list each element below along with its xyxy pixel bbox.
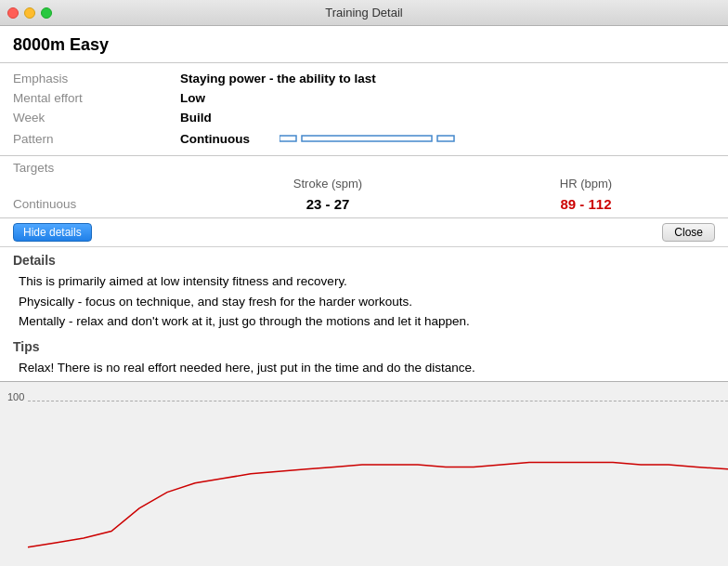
- emphasis-value: Staying power - the ability to last: [180, 72, 376, 86]
- details-label: Details: [13, 253, 715, 268]
- info-row-emphasis: Emphasis Staying power - the ability to …: [13, 69, 715, 88]
- targets-col-headers: Stroke (spm) HR (bpm): [0, 177, 728, 192]
- window-title: Training Detail: [325, 6, 402, 20]
- mental-effort-label: Mental effort: [13, 91, 180, 105]
- emphasis-label: Emphasis: [13, 72, 180, 86]
- col-header-stroke: Stroke (spm): [199, 177, 457, 191]
- week-label: Week: [13, 111, 180, 125]
- week-value: Build: [180, 111, 212, 125]
- tips-label: Tips: [13, 339, 715, 354]
- chart-svg: [0, 382, 728, 566]
- svg-rect-1: [302, 136, 432, 141]
- close-button[interactable]: Close: [662, 223, 715, 242]
- info-section: Emphasis Staying power - the ability to …: [0, 63, 728, 156]
- hide-details-button[interactable]: Hide details: [13, 223, 92, 242]
- mental-effort-value: Low: [180, 91, 205, 105]
- info-row-week: Week Build: [13, 108, 715, 127]
- targets-section: Targets Stroke (spm) HR (bpm) Continuous…: [0, 156, 728, 218]
- window-content: 8000m Easy Emphasis Staying power - the …: [0, 26, 728, 566]
- chart-inner: 100: [0, 382, 728, 566]
- info-row-mental-effort: Mental effort Low: [13, 88, 715, 108]
- svg-rect-0: [280, 136, 296, 141]
- tips-section: Tips Relax! There is no real effort need…: [0, 336, 728, 382]
- pattern-label: Pattern: [13, 132, 180, 146]
- svg-rect-2: [437, 136, 454, 141]
- minimize-traffic-light[interactable]: [24, 7, 35, 19]
- info-row-pattern: Pattern Continuous: [13, 127, 715, 150]
- traffic-lights: [7, 7, 52, 19]
- targets-row-continuous: Continuous 23 - 27 89 - 112: [0, 192, 728, 217]
- chart-area: 100: [0, 381, 728, 566]
- targets-header: Targets: [0, 156, 728, 177]
- targets-hr-value: 89 - 112: [457, 196, 715, 212]
- button-bar: Hide details Close: [0, 218, 728, 247]
- details-section: Details This is primarily aimed at low i…: [0, 247, 728, 336]
- pattern-value: Continuous: [180, 130, 474, 147]
- maximize-traffic-light[interactable]: [41, 7, 52, 19]
- close-traffic-light[interactable]: [7, 7, 19, 19]
- targets-stroke-value: 23 - 27: [199, 196, 457, 212]
- page-title: 8000m Easy: [0, 26, 728, 63]
- col-header-hr: HR (bpm): [457, 177, 715, 191]
- title-bar: Training Detail: [0, 0, 728, 26]
- details-text: This is primarily aimed at low intensity…: [19, 271, 715, 332]
- targets-row-label: Continuous: [13, 197, 199, 211]
- tips-text: Relax! There is no real effort needed he…: [19, 358, 715, 378]
- pattern-diagram: [280, 130, 474, 147]
